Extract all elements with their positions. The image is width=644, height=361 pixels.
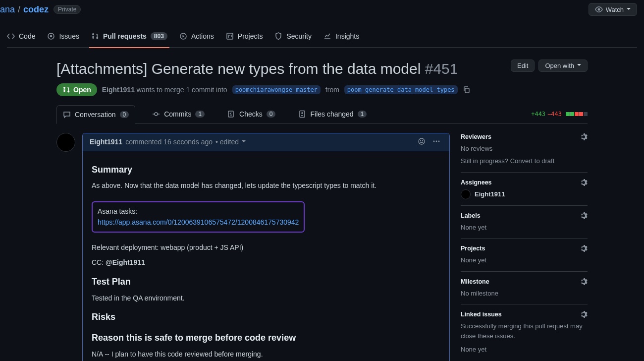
test-plan-text: Tested in the QA environment. [92, 293, 440, 304]
comment-edited[interactable]: • edited [215, 138, 246, 146]
kebab-icon[interactable] [430, 137, 442, 147]
safe-text: N/A -- I plan to have this code reviewed… [92, 349, 440, 360]
deployment-text: Relevant deployment: webapp (product + J… [92, 242, 440, 253]
heading-risks: Risks [92, 310, 440, 324]
sidebar-reviewers: Reviewers No reviews Still in progress? … [461, 133, 588, 173]
sidebar-labels: Labels None yet [461, 206, 588, 239]
watch-button[interactable]: Watch [589, 3, 637, 16]
tab-issues[interactable]: Issues [47, 25, 79, 48]
tab-code[interactable]: Code [7, 25, 35, 48]
svg-point-9 [421, 140, 421, 141]
repo-owner-link[interactable]: ana [0, 4, 15, 15]
sidebar-projects: Projects None yet [461, 239, 588, 272]
pr-icon [62, 86, 70, 94]
comment-author[interactable]: Eight1911 [90, 138, 122, 146]
gear-icon[interactable] [580, 244, 588, 252]
project-icon [226, 32, 234, 40]
slash: / [18, 4, 20, 15]
tab-commits[interactable]: Commits 1 [146, 105, 211, 123]
repo-tabs: Code Issues Pull requests 803 Actions Pr… [7, 25, 637, 48]
sidebar-assignees: Assignees Eight1911 [461, 173, 588, 206]
svg-point-10 [423, 140, 423, 141]
issue-icon [47, 32, 55, 40]
eye-icon [595, 5, 603, 13]
svg-rect-4 [465, 88, 469, 93]
svg-point-12 [436, 140, 437, 142]
svg-point-5 [155, 113, 158, 116]
heading-safe: Reason this is safe to merge before code… [92, 331, 440, 345]
copy-icon[interactable] [463, 86, 471, 94]
play-icon [179, 32, 187, 40]
open-with-button[interactable]: Open with [538, 60, 588, 72]
heading-test-plan: Test Plan [92, 275, 440, 289]
cc-line: CC: @Eight1911 [92, 257, 440, 268]
tab-files-changed[interactable]: Files changed 1 [292, 105, 373, 123]
diffstat: +443 −443 [531, 111, 588, 118]
pr-number: #451 [425, 60, 458, 77]
gear-icon[interactable] [580, 278, 588, 286]
pr-title: [Attachments] Generate new types from th… [56, 60, 458, 78]
file-diff-icon [298, 110, 306, 118]
comment-body: Summary As above. Now that the data mode… [83, 151, 449, 361]
caret-down-icon [242, 138, 246, 146]
tab-insights[interactable]: Insights [323, 25, 359, 48]
caret-down-icon [577, 62, 581, 69]
pr-status-open: Open [56, 83, 97, 96]
comment-meta: commented 16 seconds ago [125, 138, 213, 146]
heading-summary: Summary [92, 163, 440, 177]
sidebar-milestone: Milestone No milestone [461, 272, 588, 305]
tab-security[interactable]: Security [274, 25, 312, 48]
graph-icon [323, 32, 331, 40]
caret-down-icon [627, 6, 631, 13]
gear-icon[interactable] [580, 310, 588, 318]
compare-branch[interactable]: poom-generate-data-model-types [344, 85, 458, 94]
tab-actions[interactable]: Actions [179, 25, 214, 48]
assignee-link[interactable]: Eight1911 [475, 189, 505, 199]
gear-icon[interactable] [580, 133, 588, 141]
tab-pull-requests[interactable]: Pull requests 803 [91, 25, 167, 48]
checklist-icon [227, 110, 235, 118]
repo-path: ana / codez Private [7, 4, 81, 15]
convert-to-draft-link[interactable]: Still in progress? Convert to draft [461, 157, 554, 165]
tab-checks[interactable]: Checks 0 [221, 105, 281, 123]
base-branch[interactable]: poomchiarawongse-master [232, 85, 321, 94]
watch-label: Watch [606, 6, 624, 13]
svg-point-8 [419, 138, 425, 144]
gear-icon[interactable] [580, 212, 588, 220]
svg-rect-6 [228, 111, 233, 117]
svg-point-1 [51, 35, 52, 37]
shield-icon [274, 32, 282, 40]
svg-point-13 [438, 140, 440, 142]
pr-tabs: Conversation 0 Commits 1 Checks 0 Files … [56, 105, 588, 124]
edit-button[interactable]: Edit [511, 60, 535, 72]
pr-icon [91, 32, 99, 40]
comment-icon [63, 111, 71, 119]
smiley-icon[interactable] [416, 137, 428, 147]
assignee-avatar[interactable] [461, 189, 471, 199]
sidebar-linked-issues: Linked issues Successfully merging this … [461, 304, 588, 361]
summary-text: As above. Now that the data model has ch… [92, 180, 440, 191]
pr-count-badge: 803 [151, 32, 167, 40]
asana-box: Asana tasks: https://app.asana.com/0/120… [92, 201, 305, 233]
asana-link[interactable]: https://app.asana.com/0/1200639106575472… [98, 217, 299, 228]
tab-conversation[interactable]: Conversation 0 [56, 105, 135, 124]
diffstat-bar [566, 112, 588, 116]
repo-name-link[interactable]: codez [23, 4, 49, 15]
comment-box: Eight1911 commented 16 seconds ago • edi… [82, 133, 450, 361]
tab-projects[interactable]: Projects [226, 25, 263, 48]
author-avatar[interactable] [56, 133, 75, 152]
code-icon [7, 32, 15, 40]
privacy-badge: Private [54, 5, 81, 14]
svg-point-11 [433, 140, 435, 142]
gear-icon[interactable] [580, 179, 588, 186]
pr-merge-summary: Eight1911 wants to merge 1 commit into [102, 86, 227, 94]
commit-icon [152, 110, 160, 118]
